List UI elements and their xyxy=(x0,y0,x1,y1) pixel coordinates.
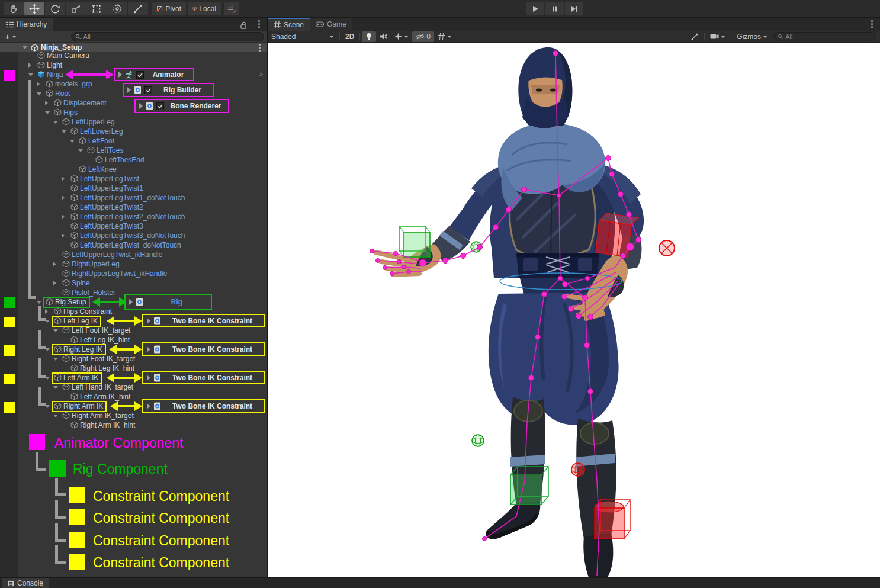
hierarchy-item-right-arm-ik-hint[interactable]: Right Arm IK_hint xyxy=(0,420,268,430)
rig-builder-enabled-checkbox[interactable] xyxy=(144,86,152,94)
hierarchy-item-leftupperlegtwist-ikhandle[interactable]: LeftUpperLegTwist_ikHandle xyxy=(0,250,268,259)
rig-builder-component-box[interactable]: Rig Builder xyxy=(123,83,214,97)
expand-icon[interactable] xyxy=(139,103,143,109)
scene-menu-icon[interactable] xyxy=(871,23,873,25)
hierarchy-item-leftknee[interactable]: LeftKnee xyxy=(0,165,268,174)
expand-arrow-icon[interactable] xyxy=(28,63,31,68)
expand-arrow-icon[interactable] xyxy=(62,130,66,133)
hierarchy-item-main-camera[interactable]: Main Camera xyxy=(0,51,268,60)
expand-icon[interactable] xyxy=(127,87,131,93)
lock-icon[interactable] xyxy=(240,21,247,31)
tab-game[interactable]: Game xyxy=(310,18,352,31)
expand-arrow-icon[interactable] xyxy=(62,176,65,181)
scene-viewport[interactable] xyxy=(268,43,880,577)
custom-tool-button[interactable] xyxy=(128,2,148,15)
expand-arrow-icon[interactable] xyxy=(45,320,50,323)
hierarchy-item-leftupperleg[interactable]: LeftUpperLeg xyxy=(0,117,268,127)
scene-search-input[interactable] xyxy=(785,33,871,40)
expand-arrow-icon[interactable] xyxy=(45,101,48,105)
hierarchy-item-leftupperlegtwist-donottouch[interactable]: LeftUpperLegTwist_doNotTouch xyxy=(0,240,268,250)
hierarchy-item-leftupperlegtwist3[interactable]: LeftUpperLegTwist3 xyxy=(0,221,268,231)
animator-enabled-checkbox[interactable] xyxy=(136,71,144,79)
expand-arrow-icon[interactable] xyxy=(28,73,33,76)
expand-arrow-icon[interactable] xyxy=(62,233,65,238)
local-toggle-button[interactable]: Local xyxy=(188,2,221,15)
expand-arrow-icon[interactable] xyxy=(45,377,50,380)
ik-target-right-foot-gizmo[interactable] xyxy=(595,500,630,539)
bone-renderer-enabled-checkbox[interactable] xyxy=(156,102,164,110)
pause-button[interactable] xyxy=(545,2,564,15)
expand-arrow-icon[interactable] xyxy=(53,386,58,389)
tab-console[interactable]: Console xyxy=(2,578,49,588)
expand-arrow-icon[interactable] xyxy=(62,195,65,200)
expand-icon[interactable] xyxy=(147,318,150,324)
two-bone-ik-box-left-leg[interactable]: Two Bone IK Constraint xyxy=(142,314,265,327)
audio-toggle-button[interactable] xyxy=(376,31,391,42)
hierarchy-item-lefttoes[interactable]: LeftToes xyxy=(0,146,268,155)
ik-target-left-hand-gizmo[interactable] xyxy=(399,226,430,257)
hierarchy-item-lefttoesend[interactable]: LeftToesEnd xyxy=(0,155,268,165)
scene-visibility-button[interactable]: 0 xyxy=(412,31,434,42)
expand-arrow-icon[interactable] xyxy=(37,82,40,86)
prefab-open-chevron-icon[interactable]: > xyxy=(259,70,263,79)
tab-hierarchy[interactable]: Hierarchy xyxy=(0,18,53,31)
ik-hint-left-leg-gizmo[interactable] xyxy=(472,435,484,446)
expand-arrow-icon[interactable] xyxy=(53,281,56,285)
expand-arrow-icon[interactable] xyxy=(37,301,41,304)
hierarchy-item-leftupperlegtwist[interactable]: LeftUpperLegTwist xyxy=(0,174,268,184)
shading-mode-dropdown[interactable]: Shaded xyxy=(268,31,338,42)
expand-arrow-icon[interactable] xyxy=(53,329,58,332)
expand-arrow-icon[interactable] xyxy=(45,309,48,314)
create-object-button[interactable]: + xyxy=(5,31,17,41)
scene-tools-button[interactable] xyxy=(687,31,702,42)
animator-component-box[interactable]: Animator xyxy=(114,68,194,81)
expand-arrow-icon[interactable] xyxy=(37,92,41,95)
expand-arrow-icon[interactable] xyxy=(53,358,58,361)
hierarchy-search[interactable] xyxy=(71,32,264,41)
expand-arrow-icon[interactable] xyxy=(53,262,56,266)
play-button[interactable] xyxy=(526,2,544,15)
scale-tool-button[interactable] xyxy=(66,2,86,15)
move-tool-button[interactable] xyxy=(24,2,44,15)
effects-dropdown-button[interactable] xyxy=(391,31,412,42)
hierarchy-item-spine[interactable]: Spine xyxy=(0,278,268,288)
expand-icon[interactable] xyxy=(147,403,150,409)
hierarchy-search-input[interactable] xyxy=(83,33,260,40)
hand-tool-button[interactable] xyxy=(4,2,24,15)
expand-arrow-icon[interactable] xyxy=(53,121,58,124)
ik-hint-right-arm-gizmo[interactable] xyxy=(659,240,675,256)
grid-snap-button[interactable] xyxy=(224,2,239,15)
transform-tool-button[interactable] xyxy=(107,2,127,15)
rect-tool-button[interactable] xyxy=(86,2,107,15)
expand-arrow-icon[interactable] xyxy=(78,149,83,152)
expand-arrow-icon[interactable] xyxy=(62,214,65,219)
expand-arrow-icon[interactable] xyxy=(70,140,75,143)
hierarchy-item-leftupperlegtwist1[interactable]: LeftUpperLegTwist1 xyxy=(0,184,268,193)
expand-icon[interactable] xyxy=(147,375,150,381)
pivot-toggle-button[interactable]: Pivot xyxy=(152,2,186,15)
grid-visibility-dropdown[interactable] xyxy=(434,31,455,42)
hierarchy-item-leftupperlegtwist2[interactable]: LeftUpperLegTwist2 xyxy=(0,203,268,212)
expand-icon[interactable] xyxy=(147,346,150,352)
hierarchy-item-rightupperleg[interactable]: RightUpperLeg xyxy=(0,259,268,269)
ik-hint-right-leg-gizmo[interactable] xyxy=(571,463,584,476)
expand-icon[interactable] xyxy=(118,72,122,78)
gizmos-dropdown[interactable]: Gizmos xyxy=(733,31,771,42)
step-button[interactable] xyxy=(565,2,583,15)
expand-arrow-icon[interactable] xyxy=(45,348,50,351)
expand-icon[interactable] xyxy=(129,299,133,305)
expand-arrow-icon[interactable] xyxy=(45,111,50,114)
rig-component-box[interactable]: Rig xyxy=(124,294,212,310)
hierarchy-item-rightupperlegtwist-ikhandle[interactable]: RightUpperLegTwist_ikHandle xyxy=(0,269,268,278)
expand-arrow-icon[interactable] xyxy=(45,405,50,408)
bone-renderer-component-box[interactable]: Bone Renderer xyxy=(134,99,229,113)
hierarchy-item-leftlowerleg[interactable]: LeftLowerLeg xyxy=(0,127,268,136)
two-bone-ik-box-right-arm[interactable]: Two Bone IK Constraint xyxy=(142,399,265,413)
collapse-arrow-icon[interactable] xyxy=(23,46,27,49)
lighting-toggle-button[interactable] xyxy=(362,31,376,42)
two-bone-ik-box-left-arm[interactable]: Two Bone IK Constraint xyxy=(142,371,265,384)
scene-header-menu-icon[interactable] xyxy=(259,47,261,49)
two-bone-ik-box-right-leg[interactable]: Two Bone IK Constraint xyxy=(142,342,265,356)
scene-camera-dropdown[interactable] xyxy=(706,31,729,42)
hierarchy-item-leftupperlegtwist2-donottouch[interactable]: LeftUpperLegTwist2_doNotTouch xyxy=(0,212,268,221)
